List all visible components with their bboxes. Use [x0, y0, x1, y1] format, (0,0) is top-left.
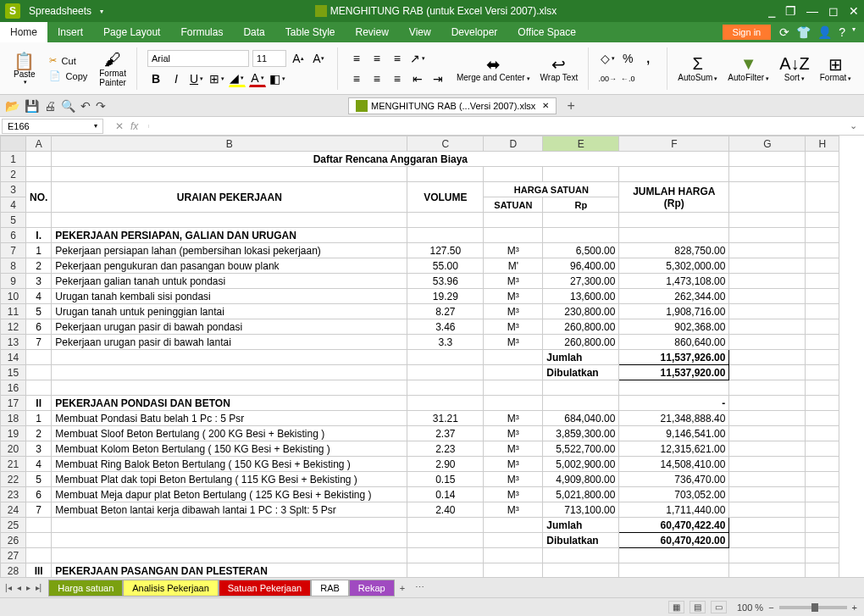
row-header[interactable]: 20	[1, 441, 26, 457]
col-header[interactable]: B	[52, 136, 407, 152]
row-header[interactable]: 17	[1, 396, 26, 411]
reading-view-icon[interactable]: ▭	[711, 601, 727, 613]
insert-function-icon[interactable]: fx	[130, 120, 138, 132]
menu-tab-insert[interactable]: Insert	[47, 22, 93, 42]
row-header[interactable]: 25	[1, 518, 26, 533]
cut-icon[interactable]: ✂	[49, 55, 57, 66]
cancel-formula-icon[interactable]: ✕	[115, 120, 124, 132]
orientation-icon[interactable]: ↗▾	[409, 50, 426, 67]
row-header[interactable]: 12	[1, 319, 26, 335]
menu-tab-office-space[interactable]: Office Space	[507, 22, 585, 42]
font-size-combo[interactable]	[252, 50, 286, 67]
row-header[interactable]: 23	[1, 487, 26, 502]
align-right-icon[interactable]: ≡	[389, 70, 406, 87]
undo-icon[interactable]: ↶	[80, 99, 91, 113]
name-box[interactable]: E166▾	[2, 119, 103, 134]
redo-icon[interactable]: ↷	[96, 99, 106, 113]
row-header[interactable]: 16	[1, 380, 26, 396]
format-painter-button[interactable]: 🖌Format Painter	[96, 48, 130, 89]
menu-tab-page-layout[interactable]: Page Layout	[93, 22, 170, 42]
zoom-in-icon[interactable]: +	[852, 602, 857, 613]
sheet-tab[interactable]: Analisis Pekerjaan	[123, 580, 219, 597]
wrap-text-button[interactable]: ↩Wrap Text	[537, 53, 582, 84]
col-header[interactable]: C	[407, 136, 484, 152]
save-icon[interactable]: 💾	[25, 99, 39, 113]
row-header[interactable]: 14	[1, 350, 26, 365]
font-color-icon[interactable]: A▾	[249, 70, 266, 87]
shirt-icon[interactable]: 👕	[796, 25, 811, 39]
align-top-icon[interactable]: ≡	[348, 50, 365, 67]
close-icon[interactable]: ✕	[849, 4, 859, 18]
cut-button[interactable]: Cut	[60, 54, 78, 68]
align-center-icon[interactable]: ≡	[368, 70, 385, 87]
menu-tab-review[interactable]: Review	[346, 22, 399, 42]
menu-tab-table-style[interactable]: Table Style	[275, 22, 346, 42]
menu-tab-view[interactable]: View	[399, 22, 441, 42]
row-header[interactable]: 13	[1, 335, 26, 350]
col-header[interactable]: G	[729, 136, 806, 152]
merge-center-button[interactable]: ⬌Merge and Center▾	[453, 53, 534, 84]
open-icon[interactable]: 📂	[5, 99, 19, 113]
row-header[interactable]: 6	[1, 228, 26, 243]
col-header[interactable]: D	[484, 136, 543, 152]
row-header[interactable]: 7	[1, 243, 26, 258]
sign-in-button[interactable]: Sign in	[723, 25, 772, 40]
cell-style-icon[interactable]: ◧▾	[269, 70, 286, 87]
menu-tab-home[interactable]: Home	[0, 22, 47, 42]
col-header[interactable]: F	[619, 136, 729, 152]
print-icon[interactable]: 🖨	[44, 99, 56, 113]
sheet-tab[interactable]: Satuan Pekerjaan	[219, 580, 311, 597]
comma-icon[interactable]: ,	[640, 50, 656, 67]
row-header[interactable]: 28	[1, 563, 26, 578]
row-header[interactable]: 18	[1, 411, 26, 426]
autosum-button[interactable]: ΣAutoSum▾	[674, 53, 721, 84]
italic-icon[interactable]: I	[168, 70, 185, 87]
row-header[interactable]: 11	[1, 304, 26, 319]
paste-button[interactable]: 📋Paste▾	[10, 49, 39, 87]
sheet-options-icon[interactable]: ⋯	[410, 580, 429, 595]
decrease-decimal-icon[interactable]: ←.0	[619, 70, 636, 87]
underline-icon[interactable]: U▾	[188, 70, 205, 87]
sheet-tab[interactable]: Harga satuan	[48, 580, 123, 597]
sheet-tab[interactable]: Rekap	[349, 580, 395, 597]
increase-decimal-icon[interactable]: .00→	[599, 70, 616, 87]
zoom-slider[interactable]	[779, 606, 847, 609]
menu-tab-developer[interactable]: Developer	[441, 22, 508, 42]
sort-button[interactable]: A↓ZSort▾	[776, 53, 813, 84]
help-icon[interactable]: ?	[839, 25, 845, 39]
app-name[interactable]: Spreadsheets	[24, 3, 97, 19]
fill-color-icon[interactable]: ◢▾	[229, 70, 246, 87]
sync-icon[interactable]: ⟳	[779, 25, 789, 39]
decrease-indent-icon[interactable]: ⇤	[409, 70, 426, 87]
row-header[interactable]: 19	[1, 426, 26, 441]
row-header[interactable]: 9	[1, 274, 26, 289]
row-header[interactable]: 26	[1, 533, 26, 548]
copy-icon[interactable]: 📄	[49, 70, 61, 81]
row-header[interactable]: 10	[1, 289, 26, 304]
select-all-corner[interactable]	[1, 136, 26, 152]
minimize2-icon[interactable]: —	[806, 4, 818, 18]
row-header[interactable]: 5	[1, 213, 26, 228]
next-sheet-icon[interactable]: ▸	[25, 583, 32, 592]
row-header[interactable]: 21	[1, 457, 26, 472]
print-preview-icon[interactable]: 🔍	[61, 99, 75, 113]
row-header[interactable]: 22	[1, 472, 26, 487]
currency-icon[interactable]: ◇▾	[599, 50, 616, 67]
chevron-down-icon[interactable]: ▾	[852, 25, 856, 39]
bold-icon[interactable]: B	[147, 70, 164, 87]
align-bottom-icon[interactable]: ≡	[389, 50, 406, 67]
page-view-icon[interactable]: ▤	[690, 601, 706, 613]
maximize-icon[interactable]: ◻	[828, 4, 839, 18]
minimize-icon[interactable]: ⎯	[768, 4, 775, 18]
row-header[interactable]: 3	[1, 182, 26, 197]
zoom-value[interactable]: 100 %	[737, 602, 763, 613]
increase-indent-icon[interactable]: ⇥	[429, 70, 446, 87]
row-header[interactable]: 8	[1, 258, 26, 274]
close-tab-icon[interactable]: ✕	[542, 101, 549, 110]
expand-formula-icon[interactable]: ⌄	[843, 120, 864, 131]
prev-sheet-icon[interactable]: ◂	[15, 583, 23, 592]
col-header[interactable]: H	[806, 136, 839, 152]
font-family-combo[interactable]	[147, 50, 249, 67]
add-sheet-button[interactable]: +	[395, 581, 410, 595]
first-sheet-icon[interactable]: |◂	[3, 583, 14, 592]
